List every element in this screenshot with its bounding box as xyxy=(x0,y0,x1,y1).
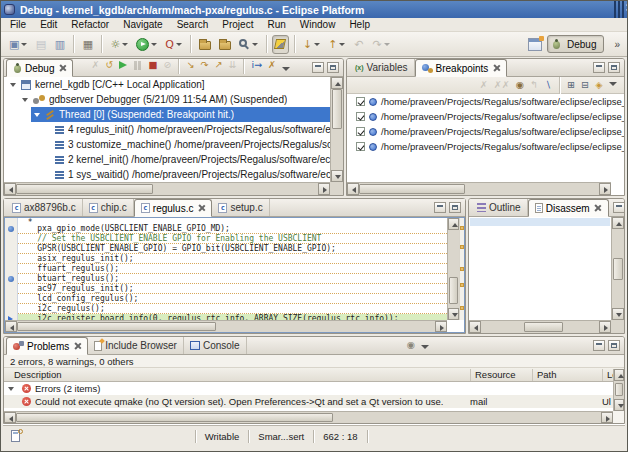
scrollbar-thumb[interactable] xyxy=(332,89,342,129)
use-step-filters-button[interactable]: ✗ xyxy=(265,58,279,73)
print-button[interactable]: ▥ xyxy=(51,35,68,54)
expander-icon[interactable] xyxy=(34,113,40,117)
debug-tree-row[interactable]: 1 sys_waitid() /home/praveen/Projects/Re… xyxy=(4,167,330,182)
view-tab-breakpoints[interactable]: Breakpoints xyxy=(415,59,508,77)
scrollbar-thumb[interactable] xyxy=(615,383,623,396)
debug-tree-row[interactable]: gdbserver Debugger (5/21/09 11:54 AM) (S… xyxy=(4,92,330,107)
debug-vertical-scrollbar[interactable] xyxy=(330,77,343,182)
minimize-button[interactable] xyxy=(614,0,616,19)
editor-gutter[interactable] xyxy=(5,274,18,284)
code-text[interactable]: ac97_regulus_init(); xyxy=(18,284,447,294)
link-with-debug-view-button[interactable]: ◈ xyxy=(592,78,606,93)
minimize-view-button[interactable] xyxy=(312,62,324,73)
collapse-all-button[interactable]: ⊟ xyxy=(578,78,592,93)
problems-group-row[interactable]: Errors (2 items) xyxy=(4,382,613,395)
scroll-left-icon[interactable] xyxy=(5,321,17,332)
drop-to-frame-button[interactable]: ⇊ xyxy=(225,58,239,73)
remove-all-breakpoints-button[interactable]: ✗✗ xyxy=(491,78,513,93)
column-header-path[interactable]: Path xyxy=(532,369,557,381)
maximize-view-button[interactable] xyxy=(327,62,339,73)
view-menu-icon[interactable] xyxy=(418,343,432,354)
scroll-right-icon[interactable] xyxy=(599,321,611,333)
minimize-view-button[interactable] xyxy=(434,202,446,213)
view-tab-include-browser[interactable]: Include Browser xyxy=(88,337,184,354)
code-text[interactable]: pxa_gpio_mode(USBCLIENT_ENABLE_GPIO_MD); xyxy=(18,224,447,234)
tree-item[interactable]: 4 regulus_init() /home/praveen/Projects/… xyxy=(53,122,330,137)
editor-tab-setup-c[interactable]: csetup.c xyxy=(212,199,269,216)
scroll-up-icon[interactable] xyxy=(614,369,624,381)
menu-file[interactable]: File xyxy=(3,19,33,30)
open-resource-button[interactable] xyxy=(216,35,234,54)
new-wizard-button[interactable]: ▣ xyxy=(6,35,30,54)
search-button[interactable] xyxy=(236,35,261,54)
show-breakpoints-for-target-button[interactable]: ◉ xyxy=(513,78,527,93)
scroll-up-icon[interactable] xyxy=(612,217,624,229)
code-text[interactable]: ffuart_regulus(); xyxy=(18,264,447,274)
scroll-left-icon[interactable] xyxy=(469,321,481,333)
problems-error-row[interactable]: Could not execute qmake (no Qt version s… xyxy=(4,395,613,408)
forward-button[interactable]: ↷ xyxy=(369,35,392,54)
menu-refactor[interactable]: Refactor xyxy=(64,19,116,30)
code-text[interactable]: lcd_config_regulus(); xyxy=(18,294,447,304)
maximize-view-button[interactable] xyxy=(449,202,461,213)
scroll-right-icon[interactable] xyxy=(435,321,447,332)
editor-gutter[interactable] xyxy=(5,264,18,274)
skip-all-breakpoints-button[interactable]: ∖ xyxy=(541,78,555,93)
close-button[interactable] xyxy=(622,0,624,19)
editor-gutter[interactable] xyxy=(5,234,18,244)
scroll-left-icon[interactable] xyxy=(4,412,16,423)
tree-item[interactable]: gdbserver Debugger (5/21/09 11:54 AM) (S… xyxy=(19,92,330,107)
breakpoint-row[interactable]: /home/praveen/Projects/Regalus/software/… xyxy=(347,94,624,109)
view-tab-outline[interactable]: Outline xyxy=(471,199,528,216)
menu-edit[interactable]: Edit xyxy=(33,19,64,30)
code-text[interactable]: GPSR(USBCLIENT_ENABLE_GPIO) = GPIO_bit(U… xyxy=(18,244,447,254)
close-icon[interactable] xyxy=(73,342,81,350)
go-to-file-for-breakpoint-button[interactable]: ↰ xyxy=(527,78,541,93)
view-tab-problems[interactable]: Problems xyxy=(6,337,88,355)
breakpoint-checkbox[interactable] xyxy=(356,127,365,136)
breakpoint-row[interactable]: /home/praveen/Projects/Regalus/software/… xyxy=(347,139,624,154)
editor-vertical-scrollbar[interactable] xyxy=(447,218,459,320)
editor-gutter[interactable] xyxy=(5,254,18,264)
debug-perspective-button[interactable]: Debug xyxy=(547,35,604,53)
tree-item[interactable]: 2 kernel_init() /home/praveen/Projects/R… xyxy=(53,152,330,167)
remove-all-terminated-button[interactable]: ✗ xyxy=(88,58,102,73)
scrollbar-thumb[interactable] xyxy=(17,322,216,331)
filter-button[interactable]: ◉ xyxy=(404,337,418,352)
maximize-view-button[interactable] xyxy=(608,62,620,73)
expander-icon[interactable] xyxy=(8,387,14,391)
instruction-stepping-button[interactable]: i→ xyxy=(248,58,265,73)
editor-horizontal-scrollbar[interactable] xyxy=(5,320,447,332)
editor-gutter[interactable] xyxy=(5,284,18,294)
view-tab-variables[interactable]: (x)Variables xyxy=(349,59,415,76)
terminate-button[interactable]: ■ xyxy=(145,58,160,73)
save-button[interactable]: ▤ xyxy=(32,35,49,54)
open-type-button[interactable] xyxy=(196,35,214,54)
toolbar-overflow-chevron[interactable]: » xyxy=(614,39,620,50)
resume-button[interactable] xyxy=(116,58,130,73)
code-text[interactable]: // Set the USBCLIENT_ENABLE GPIO for Ena… xyxy=(18,234,447,244)
expander-icon[interactable] xyxy=(22,98,28,102)
maximize-view-button[interactable] xyxy=(608,340,620,351)
minimize-view-button[interactable] xyxy=(593,62,605,73)
minimize-view-button[interactable] xyxy=(613,202,625,213)
back-button[interactable]: ↶ xyxy=(350,35,367,54)
editor-tab-regulus-c[interactable]: cregulus.c xyxy=(134,199,213,217)
editor-gutter[interactable] xyxy=(5,294,18,304)
scroll-right-icon[interactable] xyxy=(318,183,330,195)
scrollbar-thumb[interactable] xyxy=(524,322,564,332)
step-return-button[interactable]: ↗ xyxy=(211,58,225,73)
scrollbar-thumb[interactable] xyxy=(449,277,458,304)
suspend-button[interactable] xyxy=(130,58,145,73)
remove-selected-breakpoints-button[interactable]: ✗ xyxy=(477,78,491,93)
scroll-down-icon[interactable] xyxy=(448,308,459,320)
build-all-button[interactable]: ▦ xyxy=(79,35,96,54)
step-into-button[interactable]: ↘ xyxy=(183,58,197,73)
previous-annotation-button[interactable]: ↑ xyxy=(325,35,348,54)
debug-tree-row[interactable]: 3 customize_machine() /home/praveen/Proj… xyxy=(4,137,330,152)
scroll-right-icon[interactable] xyxy=(601,412,613,423)
problems-horizontal-scrollbar[interactable] xyxy=(4,411,613,423)
tree-item[interactable]: 1 sys_waitid() /home/praveen/Projects/Re… xyxy=(53,167,330,182)
debug-tree-row[interactable]: 2 kernel_init() /home/praveen/Projects/R… xyxy=(4,152,330,167)
breakpoint-checkbox[interactable] xyxy=(356,97,365,106)
